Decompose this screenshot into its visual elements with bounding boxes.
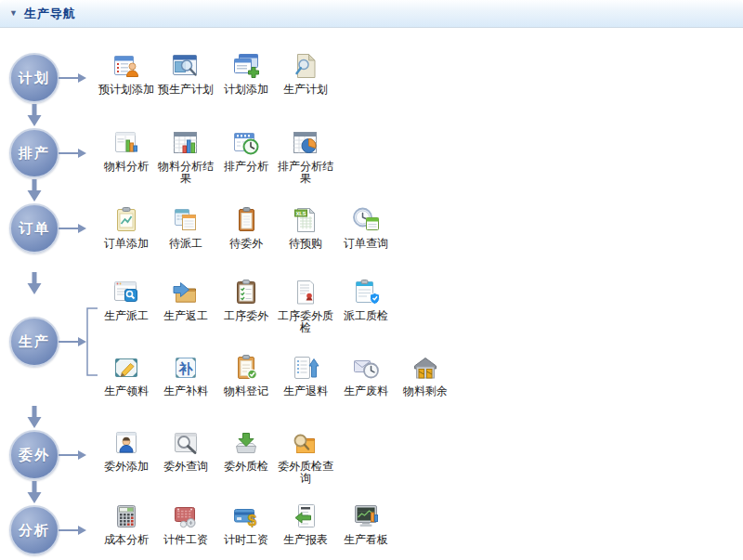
nav-item-label: 生产报表 [275, 534, 336, 546]
nav-item-hourly-wage[interactable]: $计时工资 [215, 501, 277, 546]
nav-item-pending-dispatch[interactable]: 待派工 [155, 205, 216, 250]
nav-item-pre-plan-add[interactable]: 预计划添加 [96, 51, 157, 96]
nav-item-label: 生产计划 [275, 84, 336, 96]
doc-search-icon [291, 51, 320, 81]
clipboard-chart-icon [111, 205, 141, 235]
flow-right-arrow [58, 147, 87, 163]
nav-item-label: 工序委外质检 [275, 310, 336, 334]
nav-item-production-board[interactable]: 生产看板 [335, 501, 397, 546]
nav-item-dispatch-qc[interactable]: 派工质检 [335, 278, 397, 322]
flow-down-arrow [26, 481, 43, 508]
nav-item-label: 物料分析结果 [155, 161, 216, 185]
calculator-icon [111, 501, 141, 531]
clipboard-orange-icon [231, 205, 261, 235]
nav-item-pending-purchase[interactable]: XLS待预购 [275, 205, 336, 250]
stage-label: 订单 [19, 220, 50, 238]
stage-label: 分析 [19, 522, 50, 540]
monitor-chart-icon [351, 501, 381, 531]
nav-item-label: 排产分析 [215, 161, 277, 173]
nav-item-production-return[interactable]: 生产退料 [275, 353, 336, 397]
mail-clock-icon [351, 353, 381, 383]
calendar-clock-icon [231, 128, 261, 158]
nav-item-label: 计时工资 [215, 534, 277, 546]
doc-stamp-icon [291, 278, 320, 307]
stage-label: 排产 [19, 145, 50, 163]
nav-item-plan-add[interactable]: 计划添加 [215, 51, 277, 96]
collapse-icon[interactable]: ▼ [9, 9, 18, 18]
gray-window-search-icon [171, 428, 201, 458]
stage-order[interactable]: 订单 [9, 203, 59, 254]
stage-label: 生产 [19, 333, 50, 351]
nav-item-label: 生产派工 [96, 310, 157, 322]
window-search-icon [171, 51, 201, 81]
nav-panel-header[interactable]: ▼ 生产导航 [0, 0, 743, 28]
nav-item-production-rework[interactable]: 生产返工 [155, 278, 216, 322]
window-search-badge-icon [111, 278, 141, 307]
nav-item-order-query[interactable]: 订单查询 [335, 205, 397, 250]
doc-uparrow-icon [291, 353, 320, 383]
stage-outsource[interactable]: 委外 [9, 430, 59, 480]
nav-item-outsource-query[interactable]: 委外查询 [155, 428, 216, 473]
stage-analysis[interactable]: 分析 [9, 505, 59, 555]
nav-item-cost-analysis[interactable]: 成本分析 [96, 501, 157, 546]
window-barchart-icon [111, 128, 141, 158]
nav-item-production-replenish[interactable]: 补生产补料 [155, 353, 216, 397]
stage-plan[interactable]: 计划 [9, 53, 59, 103]
nav-item-label: 待派工 [155, 238, 216, 250]
nav-item-label: 生产领料 [96, 385, 157, 397]
sheet-pie-icon [291, 128, 320, 158]
nav-item-piece-wage[interactable]: 计件工资 [155, 501, 216, 546]
stage-scheduling[interactable]: 排产 [9, 128, 59, 178]
nav-item-label: 生产看板 [335, 534, 397, 546]
nav-item-production-report[interactable]: 生产报表 [275, 501, 336, 546]
nav-item-process-outsource-qc[interactable]: 工序委外质检 [275, 278, 336, 334]
windows-plus-icon [231, 51, 261, 81]
nav-item-pre-production-plan[interactable]: 预生产计划 [155, 51, 216, 96]
svg-text:补: 补 [178, 360, 194, 376]
nav-item-production-plan[interactable]: 生产计划 [275, 51, 336, 96]
nav-item-material-analysis[interactable]: 物料分析 [96, 128, 157, 173]
production-nav-page: ▼ 生产导航 计划预计划添加预生产计划计划添加生产计划排产物料分析物料分析结果排… [0, 0, 743, 560]
flow-right-arrow [58, 524, 87, 540]
card-coins-icon [171, 501, 201, 531]
nav-item-process-outsource[interactable]: 工序委外 [215, 278, 277, 322]
nav-item-label: 成本分析 [96, 534, 157, 546]
nav-item-label: 物料剩余 [395, 385, 456, 397]
table-person-icon [111, 51, 141, 81]
doc-leftarrow-icon [291, 501, 320, 531]
nav-item-production-scrap[interactable]: 生产废料 [335, 353, 397, 397]
svg-text:$: $ [248, 512, 257, 529]
calc-notes-icon [171, 205, 201, 235]
flow-right-arrow [58, 449, 87, 465]
nav-item-material-register[interactable]: 物料登记 [215, 353, 277, 397]
flow-right-arrow [58, 72, 87, 88]
nav-item-outsource-qc-query[interactable]: 委外质检查询 [275, 428, 336, 485]
nav-item-label: 委外查询 [155, 461, 216, 473]
nav-item-label: 物料分析 [96, 161, 157, 173]
nav-item-production-picking[interactable]: 生产领料 [96, 353, 157, 397]
nav-item-label: 排产分析结果 [275, 161, 336, 185]
nav-item-order-add[interactable]: 订单添加 [96, 205, 157, 250]
tray-downarrow-icon [231, 428, 261, 458]
nav-item-label: 委外添加 [96, 461, 157, 473]
clock-calendar-icon [351, 205, 381, 235]
badge-bu-icon: 补 [171, 353, 201, 383]
nav-item-outsource-add[interactable]: 委外添加 [96, 428, 157, 473]
nav-item-label: 生产退料 [275, 385, 336, 397]
nav-item-scheduling-analysis-result[interactable]: 排产分析结果 [275, 128, 336, 185]
nav-item-production-dispatch[interactable]: 生产派工 [96, 278, 157, 322]
stage-production[interactable]: 生产 [9, 317, 59, 367]
nav-item-material-surplus[interactable]: 物料剩余 [395, 353, 456, 397]
flow-down-arrow [26, 272, 43, 299]
clipboard-shield-icon [351, 278, 381, 307]
nav-item-outsource-qc[interactable]: 委外质检 [215, 428, 277, 473]
nav-item-material-analysis-result[interactable]: 物料分析结果 [155, 128, 216, 185]
stage-label: 计划 [19, 70, 50, 87]
nav-item-label: 生产补料 [155, 385, 216, 397]
nav-item-label: 委外质检查询 [275, 461, 336, 485]
flow-down-arrow [26, 406, 43, 433]
nav-item-scheduling-analysis[interactable]: 排产分析 [215, 128, 277, 173]
nav-item-pending-outsource[interactable]: 待委外 [215, 205, 277, 250]
nav-item-label: 订单添加 [96, 238, 157, 250]
nav-item-label: 待预购 [275, 238, 336, 250]
